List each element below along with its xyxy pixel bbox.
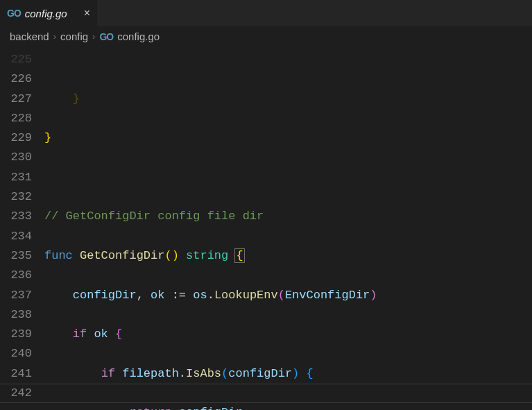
code-editor[interactable]: 225 226227228229230231232233234235236237…: [0, 49, 532, 410]
line-number: 235: [0, 246, 32, 266]
line-number: 227: [0, 89, 32, 109]
line-number: 240: [0, 344, 32, 364]
code-content[interactable]: } } // GetConfigDir config file dir func…: [44, 50, 532, 410]
line-number: 232: [0, 187, 32, 207]
crumb-config[interactable]: config: [60, 31, 88, 42]
line-number: 225: [0, 50, 32, 69]
close-icon[interactable]: ×: [84, 7, 90, 19]
file-tab[interactable]: GO config.go ×: [0, 0, 97, 26]
line-number: 241: [0, 364, 32, 384]
line-number: 230: [0, 148, 32, 167]
line-number: 237: [0, 286, 32, 305]
line-number: 231: [0, 168, 32, 187]
chevron-right-icon: ›: [92, 31, 95, 42]
tab-filename: config.go: [25, 8, 67, 19]
active-line-highlight: [0, 384, 532, 403]
line-number: 233: [0, 207, 32, 226]
crumb-backend[interactable]: backend: [10, 31, 49, 42]
line-number: 226: [0, 69, 32, 89]
go-lang-icon: GO: [7, 8, 21, 19]
line-number: 242: [0, 384, 32, 403]
go-lang-icon: GO: [99, 31, 113, 42]
line-number: 239: [0, 325, 32, 344]
tab-bar: GO config.go ×: [0, 0, 532, 26]
line-number: 236: [0, 266, 32, 285]
line-number: 234: [0, 227, 32, 246]
line-number: 228: [0, 109, 32, 128]
line-number: 229: [0, 128, 32, 148]
line-gutter: 225 226227228229230231232233234235236237…: [0, 50, 44, 410]
crumb-file[interactable]: config.go: [117, 31, 160, 42]
breadcrumb: backend › config › GO config.go: [0, 26, 532, 49]
line-number: 238: [0, 305, 32, 325]
chevron-right-icon: ›: [53, 31, 56, 42]
